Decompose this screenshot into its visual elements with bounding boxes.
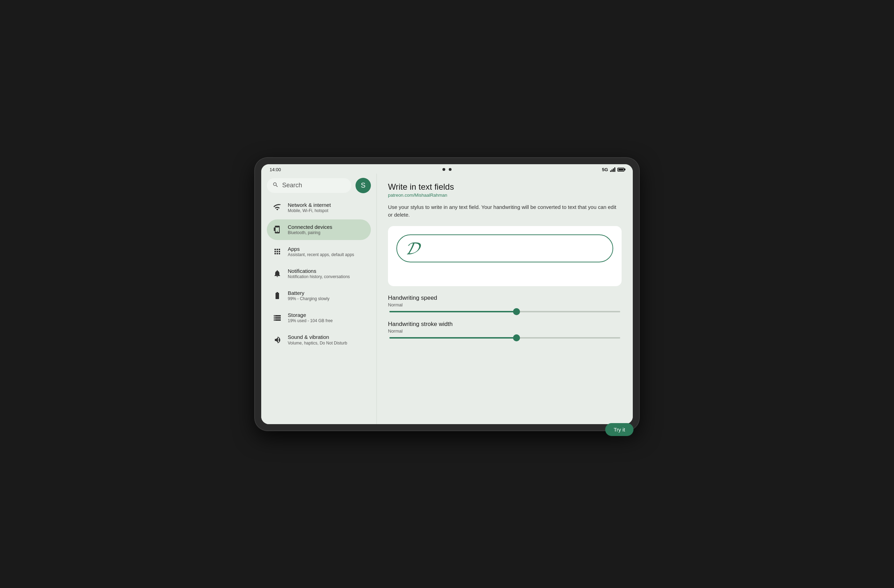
handwriting-stroke-thumb[interactable] <box>513 334 520 341</box>
search-icon <box>272 182 279 189</box>
sidebar-item-notifications-title: Notifications <box>288 268 350 275</box>
handwriting-stroke-slider[interactable] <box>390 337 620 339</box>
panel-description: Use your stylus to write in any text fie… <box>388 203 622 219</box>
sidebar: Search S Network & internet M <box>261 174 376 424</box>
sidebar-item-connected-devices-subtitle: Bluetooth, pairing <box>288 230 332 236</box>
search-row: Search S <box>267 178 371 193</box>
sidebar-item-storage-text: Storage 19% used - 104 GB free <box>288 311 333 324</box>
sidebar-item-battery-title: Battery <box>288 290 329 296</box>
sidebar-item-notifications[interactable]: Notifications Notification history, conv… <box>267 263 371 284</box>
sidebar-item-apps[interactable]: Apps Assistant, recent apps, default app… <box>267 242 371 262</box>
wifi-icon <box>272 203 282 212</box>
handwriting-speed-value: Normal <box>388 302 622 307</box>
sidebar-item-apps-text: Apps Assistant, recent apps, default app… <box>288 246 354 258</box>
try-it-button[interactable]: Try it <box>605 423 633 424</box>
sidebar-item-battery[interactable]: Battery 99% - Charging slowly <box>267 286 371 306</box>
handwriting-letter: 𝓓 <box>405 239 418 257</box>
sidebar-item-storage-subtitle: 19% used - 104 GB free <box>288 318 333 324</box>
right-panel: Write in text fields patreon.com/Mishaal… <box>376 174 633 424</box>
panel-title: Write in text fields <box>388 182 622 192</box>
apps-icon <box>272 247 282 256</box>
battery-menu-icon <box>272 292 282 300</box>
sidebar-item-connected-devices[interactable]: Connected devices Bluetooth, pairing <box>267 219 371 240</box>
sidebar-item-battery-text: Battery 99% - Charging slowly <box>288 290 329 302</box>
status-bar: 14:00 5G <box>261 164 633 174</box>
handwriting-speed-fill <box>390 311 516 312</box>
handwriting-stroke-section: Handwriting stroke width Normal <box>388 321 622 339</box>
handwriting-stroke-fill <box>390 337 516 339</box>
sidebar-item-sound-text: Sound & vibration Volume, haptics, Do No… <box>288 334 347 346</box>
sidebar-item-network-text: Network & internet Mobile, Wi-Fi, hotspo… <box>288 202 331 214</box>
notifications-icon <box>272 269 282 278</box>
camera-dot-1 <box>442 168 445 171</box>
battery-icon <box>618 168 624 172</box>
sidebar-item-network-subtitle: Mobile, Wi-Fi, hotspot <box>288 208 331 214</box>
handwriting-speed-slider[interactable] <box>390 311 620 312</box>
sidebar-item-network[interactable]: Network & internet Mobile, Wi-Fi, hotspo… <box>267 197 371 218</box>
handwriting-stroke-value: Normal <box>388 328 622 334</box>
handwriting-speed-thumb[interactable] <box>513 308 520 315</box>
status-right: 5G <box>602 167 624 172</box>
sidebar-item-sound-title: Sound & vibration <box>288 334 347 341</box>
tablet-screen: 14:00 5G <box>261 164 633 424</box>
main-content: Search S Network & internet M <box>261 174 633 424</box>
sidebar-item-network-title: Network & internet <box>288 202 331 209</box>
demo-card-footer: Try it <box>396 269 613 278</box>
storage-icon <box>272 314 282 322</box>
devices-icon <box>272 225 282 234</box>
sidebar-item-sound-subtitle: Volume, haptics, Do Not Disturb <box>288 341 347 346</box>
sidebar-item-battery-subtitle: 99% - Charging slowly <box>288 296 329 302</box>
tablet-shell: 14:00 5G <box>255 158 639 431</box>
sidebar-item-notifications-text: Notifications Notification history, conv… <box>288 268 350 280</box>
camera-area <box>442 168 452 171</box>
handwriting-speed-section: Handwriting speed Normal <box>388 295 622 312</box>
sidebar-item-sound[interactable]: Sound & vibration Volume, haptics, Do No… <box>267 330 371 350</box>
sidebar-item-connected-devices-text: Connected devices Bluetooth, pairing <box>288 224 332 236</box>
sidebar-item-storage[interactable]: Storage 19% used - 104 GB free <box>267 307 371 328</box>
camera-dot-2 <box>449 168 452 171</box>
signal-icon <box>610 167 615 172</box>
avatar-initial: S <box>361 181 365 189</box>
search-placeholder: Search <box>282 182 302 189</box>
status-time: 14:00 <box>270 167 281 172</box>
sound-icon <box>272 336 282 344</box>
svg-rect-0 <box>274 227 275 231</box>
network-label: 5G <box>602 167 608 172</box>
search-box[interactable]: Search <box>267 178 351 193</box>
sidebar-item-storage-title: Storage <box>288 311 333 319</box>
handwriting-speed-label: Handwriting speed <box>388 295 622 301</box>
panel-subtitle: patreon.com/MishaalRahman <box>388 192 622 198</box>
handwriting-stroke-label: Handwriting stroke width <box>388 321 622 328</box>
handwriting-area[interactable]: 𝓓 <box>396 234 613 262</box>
avatar[interactable]: S <box>355 178 371 193</box>
sidebar-item-apps-title: Apps <box>288 246 354 252</box>
sidebar-item-notifications-subtitle: Notification history, conversations <box>288 274 350 280</box>
sidebar-item-connected-devices-title: Connected devices <box>288 224 332 231</box>
sidebar-item-apps-subtitle: Assistant, recent apps, default apps <box>288 252 354 258</box>
demo-card: 𝓓 Try it <box>388 226 622 286</box>
